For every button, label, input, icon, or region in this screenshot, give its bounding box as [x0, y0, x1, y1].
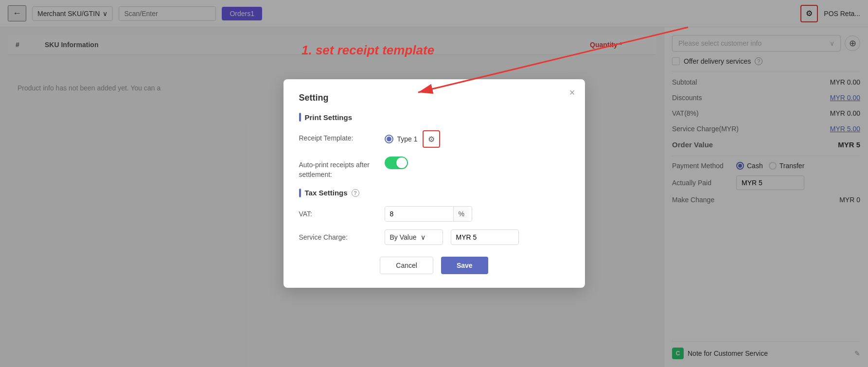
- receipt-template-control: Type 1 ⚙: [385, 130, 569, 148]
- settings-modal: Setting × Print Settings Receipt Templat…: [283, 79, 585, 287]
- section-bar: [299, 113, 301, 122]
- tax-help-icon[interactable]: ?: [352, 189, 359, 197]
- receipt-type-1-option[interactable]: Type 1: [385, 135, 418, 143]
- tax-settings-section: Tax Settings ? VAT: % Service Charge: By…: [299, 189, 569, 245]
- modal-close-button[interactable]: ×: [569, 87, 575, 98]
- vat-label: VAT:: [299, 210, 377, 218]
- print-settings-heading: Print Settings: [299, 113, 569, 122]
- modal-footer: Cancel Save: [299, 257, 569, 274]
- service-charge-chevron-icon: ∨: [421, 233, 425, 241]
- auto-print-label: Auto-print receipts after settlement:: [299, 157, 377, 179]
- tax-section-bar: [299, 189, 301, 197]
- receipt-type-1-label: Type 1: [397, 135, 418, 143]
- vat-pct: %: [453, 207, 469, 221]
- gear-icon: ⚙: [428, 135, 435, 144]
- save-button[interactable]: Save: [441, 257, 488, 274]
- tax-settings-heading: Tax Settings ?: [299, 189, 569, 197]
- main-background: ← Merchant SKU/GTIN ∨ Orders1 ⚙ POS Reta…: [0, 0, 868, 367]
- auto-print-control: [385, 157, 569, 169]
- service-charge-type-select[interactable]: By Value ∨: [385, 229, 443, 245]
- service-charge-type-label: By Value: [390, 233, 417, 241]
- receipt-type-1-radio[interactable]: [385, 135, 393, 143]
- modal-title: Setting: [299, 93, 569, 103]
- annotation-text: 1. set receipt template: [301, 43, 434, 58]
- service-charge-input[interactable]: [451, 229, 519, 245]
- toggle-knob: [396, 157, 407, 168]
- vat-row: VAT: %: [299, 206, 569, 222]
- modal-overlay: 1. set receipt template Setting × Print …: [0, 0, 868, 367]
- receipt-template-gear-button[interactable]: ⚙: [423, 130, 440, 148]
- cancel-button[interactable]: Cancel: [380, 257, 433, 274]
- vat-input[interactable]: [385, 207, 453, 221]
- vat-input-wrap: %: [385, 206, 472, 222]
- auto-print-toggle[interactable]: [385, 157, 408, 169]
- auto-print-row: Auto-print receipts after settlement:: [299, 157, 569, 179]
- receipt-template-label: Receipt Template:: [299, 130, 377, 142]
- service-charge-row: Service Charge: By Value ∨: [299, 229, 569, 245]
- receipt-template-row: Receipt Template: Type 1 ⚙: [299, 130, 569, 148]
- service-charge-label: Service Charge:: [299, 233, 377, 241]
